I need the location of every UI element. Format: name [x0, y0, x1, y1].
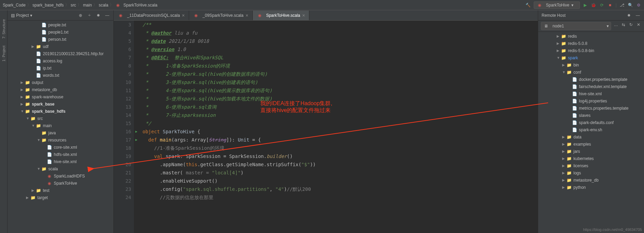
tree-item[interactable]: 📁java: [8, 129, 113, 136]
tree-item[interactable]: 📄fairscheduler.xml.template: [538, 83, 644, 90]
expand-arrow[interactable]: ▶: [26, 196, 30, 199]
expand-arrow[interactable]: ▼: [32, 124, 36, 127]
expand-arrow[interactable]: ▶: [32, 188, 36, 192]
tree-item[interactable]: ▶📁redis-5.0.8: [538, 40, 644, 47]
expand-arrow[interactable]: ▼: [26, 116, 30, 120]
expand-arrow[interactable]: ▶: [562, 135, 566, 139]
swap-icon[interactable]: ⇆: [621, 22, 626, 27]
tree-item[interactable]: ▶📁test: [8, 187, 113, 194]
tree-item[interactable]: ▶📁redis-5.0.8-bin: [538, 47, 644, 54]
stop-icon[interactable]: ■: [607, 2, 613, 8]
side-tab-structure[interactable]: 7: Structure: [2, 19, 6, 39]
tree-item[interactable]: 📄ip.txt: [8, 64, 113, 72]
tree-item[interactable]: 📄core-site.xml: [8, 144, 113, 151]
tree-item[interactable]: ▶📁jars: [538, 148, 644, 155]
expand-arrow[interactable]: ▶: [21, 102, 25, 106]
tree-item[interactable]: ▼📁main: [8, 122, 113, 129]
breadcrumb-item[interactable]: spark_base_hdfs: [33, 3, 64, 8]
tree-item[interactable]: 📄hive-site.xml: [538, 90, 644, 97]
gear-icon[interactable]: ✸: [96, 13, 101, 18]
chevron-down-icon[interactable]: ▾: [30, 13, 32, 18]
tree-item[interactable]: ▶📁logs: [538, 169, 644, 176]
hide-icon[interactable]: —: [104, 13, 110, 18]
build-icon[interactable]: 🔨: [525, 2, 531, 8]
expand-arrow[interactable]: ▶: [562, 171, 566, 175]
code-area[interactable]: 3456789101112131415161718192021222324 /*…: [114, 21, 538, 233]
git-icon[interactable]: ⎇: [619, 2, 625, 8]
expand-arrow[interactable]: ▶: [557, 49, 561, 52]
expand-arrow[interactable]: ▶: [562, 178, 566, 182]
expand-arrow[interactable]: ▼: [37, 138, 41, 142]
expand-arrow[interactable]: ▶: [562, 157, 566, 160]
expand-arrow[interactable]: ▶: [557, 41, 561, 45]
expand-arrow[interactable]: ▼: [21, 109, 25, 113]
tree-item[interactable]: ▼📁resources: [8, 136, 113, 144]
tree-item[interactable]: ▶📁output: [8, 79, 113, 86]
expand-arrow[interactable]: ▼: [557, 56, 561, 60]
run-config-dropdown[interactable]: ◉ SparkToHive ▾: [534, 1, 580, 9]
tree-item[interactable]: ▼📁spark: [538, 54, 644, 61]
breadcrumb-item[interactable]: scala: [99, 3, 108, 8]
expand-arrow[interactable]: ▶: [21, 88, 25, 91]
coverage-icon[interactable]: ⟳: [599, 2, 605, 8]
expand-arrow[interactable]: ▶: [21, 95, 25, 99]
tree-item[interactable]: 📄people1.txt: [8, 28, 113, 36]
close-icon[interactable]: ✕: [636, 22, 641, 27]
tree-item[interactable]: 📄hdfs-site.xml: [8, 151, 113, 158]
close-icon[interactable]: ×: [246, 13, 248, 18]
tree-item[interactable]: ▶📁examples: [538, 140, 644, 148]
close-icon[interactable]: ×: [182, 13, 185, 18]
expand-arrow[interactable]: ▶: [562, 149, 566, 153]
editor-tab[interactable]: ◉SparkToHive.scala×: [253, 11, 310, 20]
tree-item[interactable]: ▶📁data: [538, 133, 644, 140]
tree-item[interactable]: 📄metrics.properties.template: [538, 105, 644, 112]
tree-item[interactable]: ▼📁scala: [8, 165, 113, 172]
tree-item[interactable]: ▶📁kubernetes: [538, 155, 644, 162]
breadcrumb-item[interactable]: Spark_Code: [3, 3, 26, 8]
host-dropdown[interactable]: 🖥 node1 ▾: [541, 22, 611, 30]
editor-tab[interactable]: ◉_11DataProcessInSQL.scala×: [114, 11, 189, 20]
tree-item[interactable]: ▼📁spark_base_hdfs: [8, 108, 113, 115]
expand-arrow[interactable]: ▶: [21, 81, 25, 84]
tree-item[interactable]: ▶📁python: [538, 184, 644, 191]
breadcrumb-item[interactable]: src: [71, 3, 76, 8]
expand-arrow[interactable]: ▶: [32, 45, 36, 48]
tree-item[interactable]: ▶📁metastore_db: [538, 176, 644, 184]
expand-arrow[interactable]: ▼: [562, 70, 566, 74]
tree-item[interactable]: ◉SparkToHive: [8, 180, 113, 187]
editor-tab[interactable]: ◉_09SparkToHive.scala×: [189, 11, 253, 20]
close-icon[interactable]: ×: [302, 13, 305, 18]
refresh-icon[interactable]: ↻: [628, 22, 634, 27]
tree-item[interactable]: ▶📁redis: [538, 33, 644, 40]
expand-arrow[interactable]: ▶: [562, 185, 566, 189]
tree-item[interactable]: 📄access.log: [8, 57, 113, 64]
breadcrumb-item[interactable]: main: [83, 3, 92, 8]
tree-item[interactable]: ▶📁metastore_db: [8, 86, 113, 93]
tree-item[interactable]: ▶📁spark_base: [8, 100, 113, 108]
tree-item[interactable]: ▼📁conf: [538, 69, 644, 76]
expand-arrow[interactable]: ▶: [557, 34, 561, 38]
tree-item[interactable]: ▼📁src: [8, 115, 113, 122]
collapse-icon[interactable]: ÷: [87, 13, 92, 18]
expand-arrow[interactable]: ▼: [37, 167, 41, 171]
hide-icon[interactable]: —: [635, 13, 641, 18]
tree-item[interactable]: 📄hive-site.xml: [8, 158, 113, 165]
tree-item[interactable]: ▶📁udf: [8, 43, 113, 50]
tree-item[interactable]: ◉SparkLoadHDFS: [8, 172, 113, 180]
gear-icon[interactable]: ✸: [626, 13, 632, 18]
side-tab-project[interactable]: 1: Project: [2, 46, 6, 61]
tree-item[interactable]: 📄words.txt: [8, 72, 113, 79]
tree-item[interactable]: ▶📁bin: [538, 61, 644, 69]
debug-icon[interactable]: 🐞: [591, 2, 596, 8]
tree-item[interactable]: 📄20190121000132.394251.http.for: [8, 50, 113, 57]
expand-arrow[interactable]: ▶: [562, 63, 566, 67]
tree-item[interactable]: 📄spark-defaults.conf: [538, 119, 644, 126]
search-icon[interactable]: 🔍: [628, 2, 633, 8]
breadcrumb-item[interactable]: SparkToHive.scala: [123, 3, 157, 8]
tree-item[interactable]: ▶📁target: [8, 194, 113, 201]
expand-arrow[interactable]: ▶: [562, 142, 566, 146]
tree-item[interactable]: 📄slaves: [538, 112, 644, 119]
settings-icon[interactable]: ⚙: [636, 2, 641, 8]
more-icon[interactable]: …: [613, 22, 619, 27]
tree-item[interactable]: ▶📁spark-warehouse: [8, 93, 113, 100]
